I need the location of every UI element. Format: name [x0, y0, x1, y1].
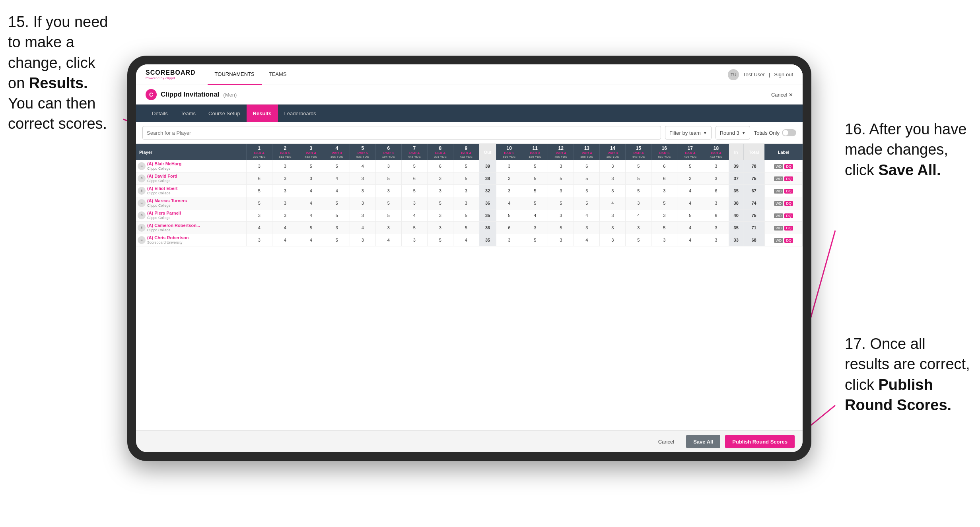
hole-15-score[interactable]: 4 [626, 209, 651, 221]
hole-14-score[interactable]: 3 [600, 209, 626, 221]
hole-8-score[interactable]: 3 [427, 172, 453, 184]
hole-16-score[interactable]: 3 [651, 234, 677, 246]
hole-13-score[interactable]: 5 [574, 172, 600, 184]
hole-3-score[interactable]: 4 [298, 197, 324, 209]
publish-round-scores-button[interactable]: Publish Round Scores [725, 435, 795, 448]
hole-6-score[interactable]: 5 [375, 209, 401, 221]
hole-11-score[interactable]: 4 [522, 209, 548, 221]
nav-teams[interactable]: TEAMS [262, 64, 294, 85]
hole-5-score[interactable]: 4 [350, 221, 375, 234]
wd-label[interactable]: WD [774, 189, 783, 194]
hole-4-score[interactable]: 5 [324, 160, 350, 172]
tab-results[interactable]: Results [247, 105, 278, 122]
dq-label[interactable]: DQ [784, 176, 793, 181]
save-all-button[interactable]: Save All [686, 435, 720, 448]
hole-5-score[interactable]: 3 [350, 209, 375, 221]
hole-3-score[interactable]: 5 [298, 221, 324, 234]
hole-2-score[interactable]: 3 [272, 184, 298, 197]
hole-9-score[interactable]: 5 [453, 209, 479, 221]
hole-6-score[interactable]: 5 [375, 197, 401, 209]
hole-12-score[interactable]: 5 [548, 221, 574, 234]
hole-14-score[interactable]: 3 [600, 234, 626, 246]
hole-1-score[interactable]: 4 [246, 221, 272, 234]
hole-10-score[interactable]: 3 [496, 172, 522, 184]
hole-18-score[interactable]: 6 [703, 184, 729, 197]
hole-18-score[interactable]: 6 [703, 209, 729, 221]
hole-16-score[interactable]: 5 [651, 221, 677, 234]
wd-label[interactable]: WD [774, 176, 783, 181]
dq-label[interactable]: DQ [784, 201, 793, 206]
hole-9-score[interactable]: 3 [453, 197, 479, 209]
hole-13-score[interactable]: 5 [574, 197, 600, 209]
hole-7-score[interactable]: 5 [401, 184, 427, 197]
scores-container[interactable]: Player 1 PAR 4 370 YDS 2 PAR 5 511 YDS [136, 144, 803, 430]
hole-3-score[interactable]: 5 [298, 160, 324, 172]
hole-9-score[interactable]: 5 [453, 172, 479, 184]
hole-2-score[interactable]: 3 [272, 209, 298, 221]
wd-label[interactable]: WD [774, 213, 783, 218]
hole-14-score[interactable]: 3 [600, 172, 626, 184]
hole-3-score[interactable]: 4 [298, 209, 324, 221]
tab-course-setup[interactable]: Course Setup [202, 105, 247, 122]
hole-16-score[interactable]: 3 [651, 209, 677, 221]
hole-7-score[interactable]: 3 [401, 197, 427, 209]
hole-9-score[interactable]: 4 [453, 234, 479, 246]
hole-15-score[interactable]: 3 [626, 197, 651, 209]
hole-14-score[interactable]: 3 [600, 160, 626, 172]
dq-label[interactable]: DQ [784, 226, 793, 231]
hole-18-score[interactable]: 3 [703, 197, 729, 209]
wd-label[interactable]: WD [774, 201, 783, 206]
hole-18-score[interactable]: 3 [703, 234, 729, 246]
hole-12-score[interactable]: 3 [548, 209, 574, 221]
hole-4-score[interactable]: 5 [324, 234, 350, 246]
hole-10-score[interactable]: 4 [496, 197, 522, 209]
hole-17-score[interactable]: 4 [677, 184, 703, 197]
hole-17-score[interactable]: 4 [677, 234, 703, 246]
hole-11-score[interactable]: 5 [522, 160, 548, 172]
hole-7-score[interactable]: 5 [401, 221, 427, 234]
hole-17-score[interactable]: 5 [677, 160, 703, 172]
hole-4-score[interactable]: 5 [324, 197, 350, 209]
hole-9-score[interactable]: 5 [453, 160, 479, 172]
hole-6-score[interactable]: 5 [375, 172, 401, 184]
hole-11-score[interactable]: 5 [522, 197, 548, 209]
tab-teams[interactable]: Teams [174, 105, 202, 122]
hole-12-score[interactable]: 5 [548, 172, 574, 184]
hole-3-score[interactable]: 4 [298, 234, 324, 246]
hole-13-score[interactable]: 5 [574, 184, 600, 197]
hole-8-score[interactable]: 3 [427, 184, 453, 197]
tab-leaderboards[interactable]: Leaderboards [278, 105, 323, 122]
wd-label[interactable]: WD [774, 238, 783, 243]
hole-1-score[interactable]: 3 [246, 160, 272, 172]
hole-17-score[interactable]: 3 [677, 172, 703, 184]
hole-11-score[interactable]: 3 [522, 221, 548, 234]
hole-2-score[interactable]: 3 [272, 197, 298, 209]
hole-14-score[interactable]: 4 [600, 197, 626, 209]
hole-8-score[interactable]: 5 [427, 197, 453, 209]
hole-1-score[interactable]: 6 [246, 172, 272, 184]
hole-8-score[interactable]: 3 [427, 221, 453, 234]
search-input[interactable] [142, 126, 661, 140]
hole-1-score[interactable]: 5 [246, 197, 272, 209]
dq-label[interactable]: DQ [784, 213, 793, 218]
hole-4-score[interactable]: 4 [324, 172, 350, 184]
dq-label[interactable]: DQ [784, 189, 793, 194]
sign-out-link[interactable]: Sign out [774, 72, 793, 78]
round-dropdown[interactable]: Round 3 ▼ [716, 126, 750, 140]
hole-1-score[interactable]: 3 [246, 234, 272, 246]
hole-5-score[interactable]: 3 [350, 234, 375, 246]
hole-17-score[interactable]: 5 [677, 209, 703, 221]
hole-9-score[interactable]: 3 [453, 184, 479, 197]
tab-details[interactable]: Details [146, 105, 174, 122]
hole-2-score[interactable]: 3 [272, 160, 298, 172]
hole-8-score[interactable]: 3 [427, 209, 453, 221]
wd-label[interactable]: WD [774, 226, 783, 231]
hole-5-score[interactable]: 3 [350, 197, 375, 209]
hole-16-score[interactable]: 6 [651, 172, 677, 184]
wd-label[interactable]: WD [774, 164, 783, 169]
dq-label[interactable]: DQ [784, 164, 793, 169]
hole-10-score[interactable]: 3 [496, 234, 522, 246]
hole-12-score[interactable]: 3 [548, 234, 574, 246]
hole-10-score[interactable]: 3 [496, 160, 522, 172]
hole-15-score[interactable]: 5 [626, 234, 651, 246]
